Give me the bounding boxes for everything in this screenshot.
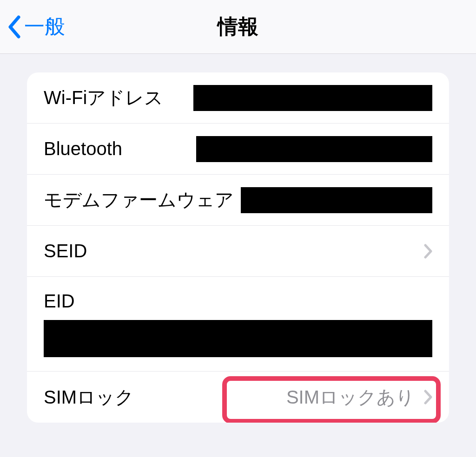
redacted-value [193, 85, 432, 111]
content: Wi-Fiアドレス Bluetooth モデムファームウェア SEID EID [0, 54, 476, 423]
row-label-seid: SEID [44, 241, 87, 261]
settings-list: Wi-Fiアドレス Bluetooth モデムファームウェア SEID EID [27, 72, 449, 423]
row-label-simlock: SIMロック [44, 385, 134, 410]
row-label-bluetooth: Bluetooth [44, 138, 122, 159]
row-modem-firmware[interactable]: モデムファームウェア [27, 175, 449, 226]
row-sim-lock[interactable]: SIMロック SIMロックあり [27, 372, 449, 423]
redacted-value [196, 136, 432, 162]
row-label-modem: モデムファームウェア [44, 187, 234, 213]
row-value-simlock: SIMロックあり [286, 385, 415, 410]
chevron-left-icon [7, 15, 20, 39]
back-label: 一般 [24, 13, 65, 40]
nav-bar: 一般 情報 [0, 0, 476, 54]
row-bluetooth[interactable]: Bluetooth [27, 124, 449, 175]
chevron-right-icon [424, 244, 432, 259]
row-label-wifi: Wi-Fiアドレス [44, 85, 163, 111]
row-wifi-address[interactable]: Wi-Fiアドレス [27, 72, 449, 124]
redacted-value [241, 187, 432, 213]
row-label-eid: EID [44, 291, 432, 312]
chevron-right-icon [424, 390, 432, 405]
page-title: 情報 [218, 13, 258, 40]
redacted-value [44, 320, 432, 357]
row-seid[interactable]: SEID [27, 226, 449, 277]
back-button[interactable]: 一般 [7, 13, 65, 40]
row-eid[interactable]: EID [27, 277, 449, 372]
